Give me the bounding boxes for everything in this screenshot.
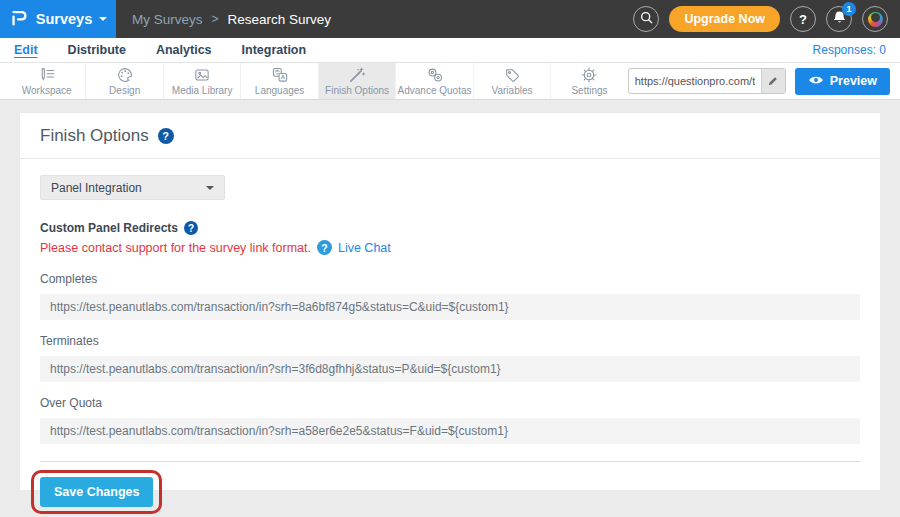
topbar-actions: Upgrade Now ? 1 [633, 6, 900, 32]
svg-text:A: A [280, 74, 285, 80]
workspace-icon [38, 66, 56, 84]
finish-options-help-icon[interactable]: ? [158, 128, 174, 144]
top-bar: Surveys My Surveys > Research Survey Upg… [0, 0, 900, 38]
toolbar-item-label: Design [109, 85, 140, 96]
toolbar-item-label: Finish Options [325, 85, 389, 96]
panel-type-dropdown[interactable]: Panel Integration [40, 175, 225, 200]
over-quota-field: Over Quota [40, 396, 860, 444]
chevron-down-icon [206, 186, 214, 194]
section-help-icon[interactable]: ? [184, 221, 198, 235]
save-annotation-highlight: Save Changes [31, 470, 162, 514]
toolbar-item-variables[interactable]: Variables [473, 63, 550, 99]
eye-icon [808, 74, 824, 89]
section-label: Custom Panel Redirects [40, 221, 178, 235]
dropdown-selected-value: Panel Integration [51, 181, 142, 195]
account-menu-button[interactable] [862, 6, 888, 32]
help-button[interactable]: ? [790, 6, 816, 32]
tab-edit[interactable]: Edit [14, 43, 38, 57]
notifications-button[interactable]: 1 [826, 6, 852, 32]
live-chat-link[interactable]: Live Chat [338, 241, 391, 255]
terminates-field: Terminates [40, 334, 860, 382]
help-icon: ? [799, 12, 807, 27]
toolbar-item-settings[interactable]: Settings [550, 63, 627, 99]
design-icon [116, 66, 134, 84]
custom-panel-redirects-row: Custom Panel Redirects ? [40, 221, 860, 235]
settings-icon [580, 66, 598, 84]
breadcrumb-separator: > [212, 12, 219, 26]
survey-url-input[interactable] [629, 75, 761, 87]
completes-field: Completes [40, 272, 860, 320]
breadcrumb: My Surveys > Research Survey [132, 12, 331, 27]
questionpro-logo-icon [9, 8, 29, 31]
terminates-url-input[interactable] [40, 356, 860, 382]
toolbar-item-design[interactable]: Design [85, 63, 162, 99]
field-label-terminates: Terminates [40, 334, 860, 348]
main-content: Finish Options ? Panel Integration Custo… [0, 100, 900, 517]
media-library-icon [193, 66, 211, 84]
survey-subnav: Edit Distribute Analytics Integration Re… [0, 38, 900, 63]
field-label-over-quota: Over Quota [40, 396, 860, 410]
toolbar-item-label: Media Library [172, 85, 233, 96]
toolbar-item-media-library[interactable]: Media Library [163, 63, 240, 99]
preview-label: Preview [830, 74, 877, 88]
field-label-completes: Completes [40, 272, 860, 286]
product-label: Surveys [36, 11, 92, 27]
panel-body: Panel Integration Custom Panel Redirects… [20, 159, 880, 514]
tab-integration[interactable]: Integration [242, 43, 307, 57]
languages-icon: A [271, 66, 289, 84]
breadcrumb-current-survey: Research Survey [228, 12, 332, 27]
live-chat-icon[interactable]: ? [317, 240, 332, 255]
survey-url-box [628, 68, 786, 94]
page-title: Finish Options [40, 126, 149, 146]
toolbar-item-advance-quotas[interactable]: Advance Quotas [395, 63, 472, 99]
save-changes-button[interactable]: Save Changes [40, 477, 153, 507]
panel-header: Finish Options ? [20, 113, 880, 159]
toolbar-item-label: Languages [255, 85, 305, 96]
app-window: Surveys My Surveys > Research Survey Upg… [0, 0, 900, 517]
search-icon [639, 10, 654, 28]
toolbar-item-label: Advance Quotas [398, 85, 472, 96]
finish-options-panel: Finish Options ? Panel Integration Custo… [20, 113, 880, 490]
toolbar-item-workspace[interactable]: Workspace [8, 63, 85, 99]
search-button[interactable] [633, 6, 659, 32]
tab-analytics[interactable]: Analytics [156, 43, 212, 57]
toolbar-item-label: Settings [571, 85, 607, 96]
upgrade-now-button[interactable]: Upgrade Now [669, 6, 780, 32]
variables-icon [503, 66, 521, 84]
pencil-icon [767, 75, 779, 87]
footer-divider [40, 461, 860, 462]
preview-button[interactable]: Preview [795, 68, 890, 95]
support-note-row: Please contact support for the survey li… [40, 240, 860, 255]
notification-badge: 1 [842, 2, 856, 16]
advance-quotas-icon [426, 66, 444, 84]
over-quota-url-input[interactable] [40, 418, 860, 444]
toolbar-item-label: Workspace [22, 85, 72, 96]
toolbar-item-finish-options[interactable]: Finish Options [318, 63, 395, 99]
product-switcher[interactable]: Surveys [0, 0, 116, 38]
breadcrumb-my-surveys[interactable]: My Surveys [132, 12, 203, 27]
toolbar-item-label: Variables [492, 85, 533, 96]
support-note-text: Please contact support for the survey li… [40, 241, 311, 255]
toolbar-item-languages[interactable]: A Languages [240, 63, 317, 99]
edit-url-button[interactable] [761, 69, 785, 93]
toolbar-right: Preview [628, 63, 900, 99]
chevron-down-icon [99, 17, 107, 25]
tab-distribute[interactable]: Distribute [68, 43, 126, 57]
responses-count[interactable]: Responses: 0 [813, 43, 886, 57]
finish-options-icon [348, 66, 366, 84]
avatar [868, 12, 883, 27]
edit-toolbar: Workspace Design [0, 63, 900, 100]
completes-url-input[interactable] [40, 294, 860, 320]
